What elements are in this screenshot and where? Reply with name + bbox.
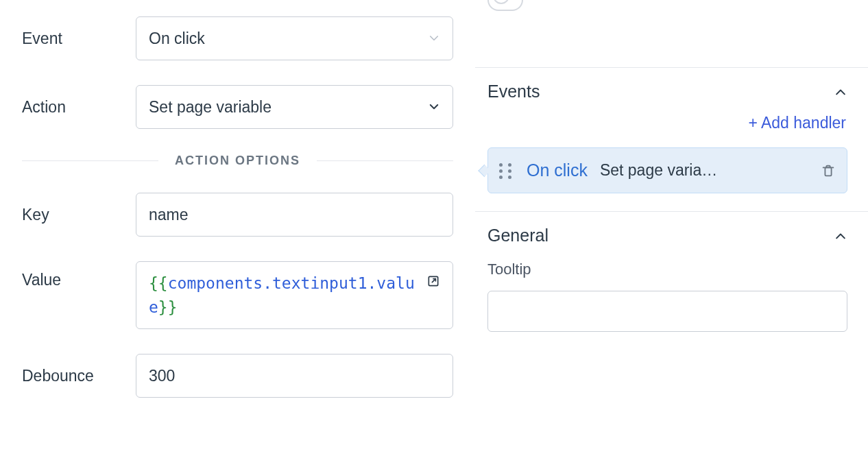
action-label: Action (22, 98, 136, 117)
key-row: Key (22, 193, 453, 237)
general-section: General Tooltip (475, 211, 868, 350)
event-label: Event (22, 29, 136, 48)
tooltip-input[interactable] (487, 291, 847, 332)
chevron-down-icon (428, 32, 440, 45)
add-handler-link[interactable]: + Add handler (487, 114, 846, 132)
debounce-input[interactable] (136, 354, 453, 398)
tooltip-label: Tooltip (487, 261, 847, 278)
action-options-divider-label: ACTION OPTIONS (158, 154, 317, 168)
value-expression-input[interactable]: {{components.textinput1.value}} (136, 261, 453, 329)
toggle-switch[interactable] (487, 0, 523, 11)
events-section: Events + Add handler On click Set page v… (475, 67, 868, 211)
trash-icon[interactable] (821, 163, 836, 178)
key-label: Key (22, 206, 136, 224)
general-title: General (487, 226, 548, 245)
handler-event-label: On click (527, 160, 588, 180)
action-select-value: Set page variable (149, 98, 272, 117)
value-row: Value {{components.textinput1.value}} (22, 261, 453, 329)
event-handler-item[interactable]: On click Set page varia… (487, 147, 847, 193)
key-input[interactable] (136, 193, 453, 237)
svg-rect-1 (825, 167, 831, 176)
debounce-row: Debounce (22, 354, 453, 398)
value-expression-text: {{components.textinput1.value}} (149, 272, 420, 319)
action-select[interactable]: Set page variable (136, 85, 453, 129)
general-header[interactable]: General (487, 226, 847, 245)
inspector-panel: Events + Add handler On click Set page v… (475, 0, 868, 469)
events-header[interactable]: Events (487, 82, 847, 101)
chevron-up-icon (834, 229, 847, 243)
popout-icon[interactable] (426, 274, 440, 288)
drag-handle-icon[interactable] (499, 163, 514, 178)
value-label: Value (22, 261, 136, 289)
action-row: Action Set page variable (22, 85, 453, 129)
action-options-divider: ACTION OPTIONS (22, 154, 453, 168)
handler-action-label: Set page varia… (600, 161, 808, 180)
event-row: Event On click (22, 16, 453, 60)
event-select-value: On click (149, 29, 205, 48)
chevron-down-icon (428, 101, 440, 113)
chevron-up-icon (834, 85, 847, 99)
event-handler-editor: Event On click Action Set page variable … (0, 0, 475, 469)
debounce-label: Debounce (22, 367, 136, 385)
events-title: Events (487, 82, 540, 101)
event-select[interactable]: On click (136, 16, 453, 60)
